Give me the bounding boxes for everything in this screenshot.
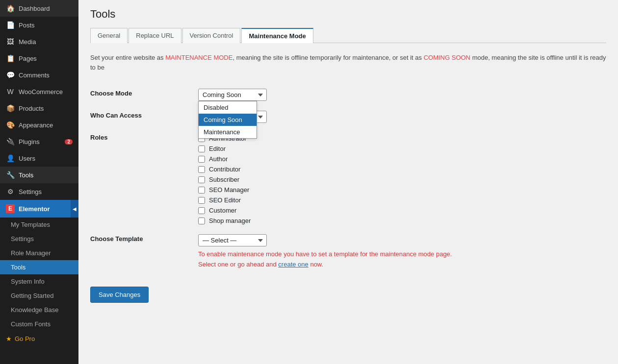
sidebar-label-posts: Posts bbox=[19, 22, 73, 29]
pages-icon: 📋 bbox=[6, 54, 15, 63]
role-checkbox-seo-manager[interactable] bbox=[198, 187, 205, 194]
role-item-subscriber: Subscriber bbox=[198, 176, 606, 183]
choose-mode-row: Choose Mode DisabledComing SoonMaintenan… bbox=[90, 84, 606, 106]
maint-highlight: MAINTENANCE MODE bbox=[165, 54, 232, 61]
error-line2: Select one or go ahead and create one no… bbox=[198, 260, 606, 270]
sidebar-sub-system-info[interactable]: System Info bbox=[0, 274, 78, 289]
sidebar-item-tools[interactable]: 🔧Tools bbox=[0, 167, 78, 183]
sidebar-label-tools: Tools bbox=[19, 171, 73, 179]
soon-highlight: COMING SOON bbox=[424, 54, 470, 61]
role-label-subscriber: Subscriber bbox=[209, 176, 239, 183]
role-item-editor: Editor bbox=[198, 145, 606, 152]
role-checkbox-shop-manager[interactable] bbox=[198, 218, 205, 224]
role-item-seo-manager: SEO Manager bbox=[198, 186, 606, 194]
sidebar-gopro[interactable]: ★Go Pro bbox=[0, 331, 78, 346]
roles-list: AdministratorEditorAuthorContributorSubs… bbox=[198, 135, 606, 224]
main-content: Tools GeneralReplace URLVersion ControlM… bbox=[78, 0, 618, 364]
sidebar-label-plugins: Plugins bbox=[19, 138, 61, 146]
page-title: Tools bbox=[90, 8, 606, 21]
role-item-customer: Customer bbox=[198, 207, 606, 214]
elementor-icon: E bbox=[6, 204, 15, 213]
products-icon: 📦 bbox=[6, 104, 15, 113]
sidebar-elementor[interactable]: EElementor◀ bbox=[0, 200, 78, 218]
roles-row: Roles AdministratorEditorAuthorContribut… bbox=[90, 128, 606, 229]
sidebar-sub-getting-started[interactable]: Getting Started bbox=[0, 289, 78, 303]
mode-option-disabled[interactable]: Disabled bbox=[199, 101, 257, 114]
appearance-icon: 🎨 bbox=[6, 121, 15, 129]
sidebar-item-settings[interactable]: ⚙Settings bbox=[0, 183, 78, 200]
choose-template-label: Choose Template bbox=[90, 229, 198, 275]
tab-general[interactable]: General bbox=[90, 28, 128, 43]
sidebar-sub-tools[interactable]: Tools bbox=[0, 260, 78, 274]
sidebar-sub-knowledge-base[interactable]: Knowledge Base bbox=[0, 303, 78, 317]
tab-maintenance-mode[interactable]: Maintenance Mode bbox=[241, 28, 313, 43]
role-item-administrator: Administrator bbox=[198, 135, 606, 142]
role-label-editor: Editor bbox=[209, 145, 226, 152]
tabs-bar: GeneralReplace URLVersion ControlMainten… bbox=[90, 27, 606, 43]
choose-mode-select[interactable]: DisabledComing SoonMaintenance bbox=[198, 89, 267, 101]
mode-dropdown-menu[interactable]: DisabledComing SoonMaintenance bbox=[198, 101, 257, 139]
role-item-contributor: Contributor bbox=[198, 166, 606, 173]
sidebar-item-plugins[interactable]: 🔌Plugins2 bbox=[0, 133, 78, 150]
sidebar-item-posts[interactable]: 📄Posts bbox=[0, 17, 78, 33]
mode-option-maintenance[interactable]: Maintenance bbox=[199, 126, 257, 138]
sidebar-sub-role-manager[interactable]: Role Manager bbox=[0, 246, 78, 260]
create-one-link[interactable]: create one bbox=[278, 261, 308, 268]
description-text: Set your entire website as MAINTENANCE M… bbox=[90, 53, 606, 72]
sidebar-label-woocommerce: WooCommerce bbox=[19, 88, 73, 96]
role-checkbox-author[interactable] bbox=[198, 156, 205, 163]
role-label-seo-editor: SEO Editor bbox=[209, 196, 241, 204]
settings-icon: ⚙ bbox=[6, 187, 15, 196]
save-button[interactable]: Save Changes bbox=[90, 287, 149, 303]
comments-icon: 💬 bbox=[6, 71, 15, 79]
sidebar-label-settings: Settings bbox=[19, 188, 73, 195]
choose-mode-dropdown[interactable]: DisabledComing SoonMaintenance DisabledC… bbox=[198, 89, 267, 101]
roles-label: Roles bbox=[90, 128, 198, 229]
form-table: Choose Mode DisabledComing SoonMaintenan… bbox=[90, 84, 606, 275]
choose-mode-label: Choose Mode bbox=[90, 84, 198, 106]
mode-option-coming-soon[interactable]: Coming Soon bbox=[199, 114, 257, 126]
sidebar-item-products[interactable]: 📦Products bbox=[0, 100, 78, 117]
choose-template-row: Choose Template — Select — To enable mai… bbox=[90, 229, 606, 275]
who-can-access-label: Who Can Access bbox=[90, 106, 198, 128]
role-label-author: Author bbox=[209, 155, 228, 163]
tab-version-control[interactable]: Version Control bbox=[182, 28, 241, 43]
sidebar-sub-settings[interactable]: Settings bbox=[0, 232, 78, 246]
role-checkbox-seo-editor[interactable] bbox=[198, 197, 205, 204]
sidebar-item-dashboard[interactable]: 🏠Dashboard bbox=[0, 0, 78, 17]
badge-plugins: 2 bbox=[65, 139, 73, 145]
users-icon: 👤 bbox=[6, 154, 15, 163]
error-text: To enable maintenance mode you have to s… bbox=[198, 249, 606, 270]
sidebar-item-users[interactable]: 👤Users bbox=[0, 150, 78, 167]
sidebar-label-users: Users bbox=[19, 155, 73, 162]
sidebar-label-products: Products bbox=[19, 105, 73, 112]
sidebar-sub-my-templates[interactable]: My Templates bbox=[0, 218, 78, 232]
role-checkbox-customer[interactable] bbox=[198, 207, 205, 214]
role-item-shop-manager: Shop manager bbox=[198, 217, 606, 224]
choose-template-select[interactable]: — Select — bbox=[198, 234, 267, 246]
role-label-customer: Customer bbox=[209, 207, 236, 214]
role-checkbox-editor[interactable] bbox=[198, 146, 205, 152]
role-checkbox-subscriber[interactable] bbox=[198, 176, 205, 183]
sidebar-label-pages: Pages bbox=[19, 55, 73, 62]
media-icon: 🖼 bbox=[6, 37, 15, 46]
tools-icon: 🔧 bbox=[6, 170, 15, 179]
role-checkbox-contributor[interactable] bbox=[198, 166, 205, 173]
role-item-seo-editor: SEO Editor bbox=[198, 196, 606, 204]
posts-icon: 📄 bbox=[6, 21, 15, 29]
sidebar-item-pages[interactable]: 📋Pages bbox=[0, 50, 78, 67]
tab-replace-url[interactable]: Replace URL bbox=[129, 28, 181, 43]
role-label-contributor: Contributor bbox=[209, 166, 240, 173]
woocommerce-icon: W bbox=[6, 87, 15, 96]
sidebar-sub-custom-fonts[interactable]: Custom Fonts bbox=[0, 317, 78, 331]
sidebar-item-appearance[interactable]: 🎨Appearance bbox=[0, 117, 78, 133]
elementor-label: Elementor bbox=[19, 205, 50, 213]
sidebar-label-appearance: Appearance bbox=[19, 121, 73, 129]
plugins-icon: 🔌 bbox=[6, 137, 15, 146]
sidebar-item-woocommerce[interactable]: WWooCommerce bbox=[0, 83, 78, 100]
elementor-arrow-icon: ◀ bbox=[71, 200, 78, 218]
gopro-label: Go Pro bbox=[15, 335, 35, 342]
sidebar-item-media[interactable]: 🖼Media bbox=[0, 33, 78, 50]
sidebar: 🏠Dashboard📄Posts🖼Media📋Pages💬CommentsWWo… bbox=[0, 0, 78, 364]
sidebar-item-comments[interactable]: 💬Comments bbox=[0, 67, 78, 83]
